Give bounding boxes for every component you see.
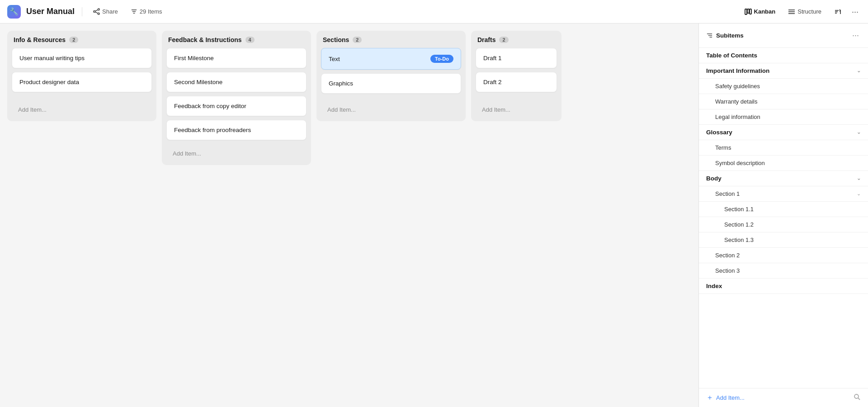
svg-rect-10 xyxy=(750,9,751,14)
filter-button[interactable]: 29 Items xyxy=(127,6,166,17)
add-item-label: Add Item... xyxy=(716,394,745,401)
sidebar-item-label: Section 1.1 xyxy=(724,206,754,213)
kanban-card[interactable]: Feedback from copy editor xyxy=(166,96,307,116)
column-title: Info & Resources xyxy=(14,36,66,43)
sidebar-item-s2[interactable]: Important Information⌄ xyxy=(699,63,868,79)
kanban-card[interactable]: Draft 1 xyxy=(476,48,557,68)
sidebar-item-s5[interactable]: Legal information xyxy=(699,109,868,125)
share-label: Share xyxy=(102,8,118,15)
kanban-card[interactable]: User manual writing tips xyxy=(12,48,152,68)
sidebar-footer: ＋ Add Item... xyxy=(699,388,868,407)
main-layout: Info & Resources 2 User manual writing t… xyxy=(0,24,868,407)
chevron-down-icon: ⌄ xyxy=(857,129,861,135)
add-item-info-resources[interactable]: Add Item... xyxy=(12,103,152,117)
sidebar-body: Table of ContentsImportant Information⌄S… xyxy=(699,48,868,388)
svg-rect-8 xyxy=(745,9,747,14)
kanban-board: Info & Resources 2 User manual writing t… xyxy=(0,24,698,407)
divider xyxy=(82,7,82,16)
card-text: User manual writing tips xyxy=(19,55,85,62)
app-logo: 🔧 xyxy=(7,5,21,19)
column-feedback-instructions: Feedback & Instructions 4 First Mileston… xyxy=(162,31,311,165)
svg-line-3 xyxy=(95,10,98,11)
sidebar-item-label: Legal information xyxy=(715,114,760,120)
sidebar-more-button[interactable]: ··· xyxy=(850,29,861,42)
card-text: Text xyxy=(329,56,340,62)
kanban-card[interactable]: Feedback from proofreaders xyxy=(166,120,307,140)
sidebar-item-label: Section 1.2 xyxy=(724,221,754,228)
sidebar-item-label: Glossary xyxy=(706,129,732,136)
sidebar-item-s15[interactable]: Section 3 xyxy=(699,263,868,279)
sidebar-item-s1[interactable]: Table of Contents xyxy=(699,48,868,63)
sort-button[interactable] xyxy=(830,6,846,18)
view-switcher: Kanban Structure ··· xyxy=(740,5,861,18)
column-title: Feedback & Instructions xyxy=(168,36,242,43)
search-icon xyxy=(854,393,861,401)
sidebar-item-s11[interactable]: Section 1.1 xyxy=(699,202,868,217)
sidebar-item-s13[interactable]: Section 1.3 xyxy=(699,232,868,248)
column-header-drafts: Drafts 2 xyxy=(471,31,561,48)
column-body-drafts: Draft 1Draft 2 xyxy=(471,48,561,101)
plus-icon: ＋ xyxy=(706,393,713,402)
chevron-down-icon: ⌄ xyxy=(857,191,861,197)
sidebar-item-s16[interactable]: Index xyxy=(699,279,868,294)
add-item-button[interactable]: ＋ Add Item... xyxy=(706,393,745,402)
card-text: Feedback from proofreaders xyxy=(174,127,251,133)
kanban-icon xyxy=(745,8,752,15)
add-item-drafts[interactable]: Add Item... xyxy=(476,103,557,117)
card-text: Draft 1 xyxy=(483,55,502,62)
sidebar-item-s7[interactable]: Terms xyxy=(699,140,868,156)
sidebar-item-label: Symbol description xyxy=(715,160,765,166)
kanban-view-button[interactable]: Kanban xyxy=(740,6,780,18)
right-sidebar: Subitems ··· Table of ContentsImportant … xyxy=(698,24,868,407)
sidebar-item-label: Section 2 xyxy=(715,252,740,259)
kanban-card[interactable]: Graphics xyxy=(321,73,461,94)
kanban-card[interactable]: Second Milestone xyxy=(166,72,307,92)
column-drafts: Drafts 2 Draft 1Draft 2Add Item... xyxy=(471,31,561,121)
column-body-feedback-instructions: First MilestoneSecond MilestoneFeedback … xyxy=(162,48,311,145)
sidebar-item-label: Body xyxy=(706,175,722,182)
search-button[interactable] xyxy=(854,393,861,402)
sidebar-title-text: Subitems xyxy=(716,32,744,39)
share-button[interactable]: Share xyxy=(90,6,122,17)
chevron-down-icon: ⌄ xyxy=(857,175,861,181)
kanban-scroll: Info & Resources 2 User manual writing t… xyxy=(0,24,698,407)
sidebar-item-s4[interactable]: Warranty details xyxy=(699,94,868,109)
filter-label: 29 Items xyxy=(140,8,162,15)
page-title: User Manual xyxy=(26,7,75,16)
sidebar-item-label: Index xyxy=(706,283,722,289)
card-text: Feedback from copy editor xyxy=(174,103,246,109)
add-item-sections[interactable]: Add Item... xyxy=(321,103,461,117)
topbar: 🔧 User Manual Share 29 Items Kanban Stru… xyxy=(0,0,868,24)
sidebar-item-label: Section 1.3 xyxy=(724,237,754,243)
column-sections: Sections 2 TextTo-DoGraphicsAdd Item... xyxy=(316,31,466,121)
sidebar-item-s8[interactable]: Symbol description xyxy=(699,156,868,171)
svg-point-0 xyxy=(98,9,99,10)
kanban-card[interactable]: First Milestone xyxy=(166,48,307,68)
sidebar-item-label: Terms xyxy=(715,144,731,151)
sidebar-item-s3[interactable]: Safety guidelines xyxy=(699,79,868,94)
more-options-button[interactable]: ··· xyxy=(849,5,861,18)
chevron-down-icon: ⌄ xyxy=(857,68,861,74)
kanban-card[interactable]: Product designer data xyxy=(12,72,152,92)
column-title: Sections xyxy=(323,36,349,43)
kanban-card[interactable]: TextTo-Do xyxy=(321,48,461,70)
subitems-icon xyxy=(706,32,713,39)
structure-view-button[interactable]: Structure xyxy=(783,6,826,18)
svg-point-1 xyxy=(94,11,95,13)
svg-point-2 xyxy=(98,13,99,14)
column-count: 4 xyxy=(245,37,255,43)
sidebar-item-s10[interactable]: Section 1⌄ xyxy=(699,186,868,202)
sidebar-item-s12[interactable]: Section 1.2 xyxy=(699,217,868,232)
sidebar-item-s14[interactable]: Section 2 xyxy=(699,248,868,263)
sidebar-item-label: Important Information xyxy=(706,67,769,74)
column-title: Drafts xyxy=(477,36,495,43)
column-count: 2 xyxy=(69,37,78,43)
sidebar-item-s6[interactable]: Glossary⌄ xyxy=(699,125,868,140)
add-item-feedback-instructions[interactable]: Add Item... xyxy=(166,147,307,161)
sort-icon xyxy=(834,8,841,15)
card-text: Product designer data xyxy=(19,79,79,85)
card-text: Second Milestone xyxy=(174,79,222,85)
kanban-card[interactable]: Draft 2 xyxy=(476,72,557,92)
column-header-sections: Sections 2 xyxy=(316,31,466,48)
sidebar-item-s9[interactable]: Body⌄ xyxy=(699,171,868,186)
